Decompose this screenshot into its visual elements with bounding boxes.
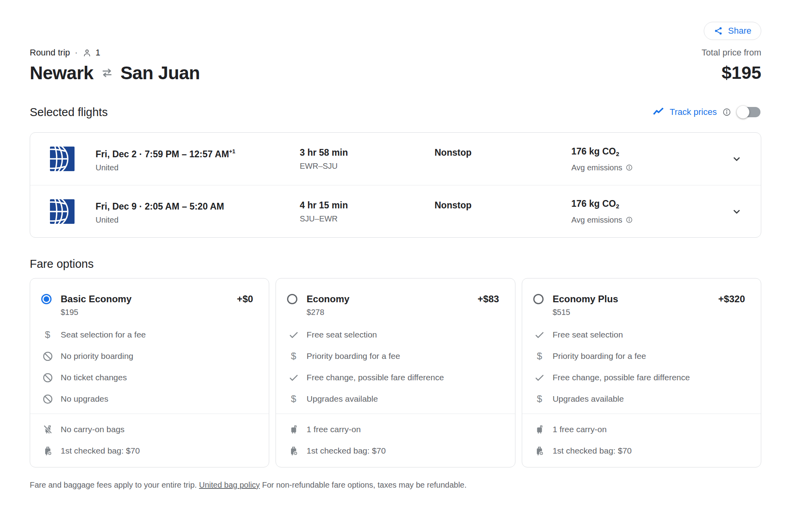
passenger-count: 1: [96, 47, 100, 59]
fare-feature: $ Seat selection for a fee: [41, 329, 253, 341]
no-carry-on-icon: [41, 424, 54, 435]
fare-feature: $ Priority boarding for a fee: [533, 350, 745, 362]
fare-card-economy-plus[interactable]: Economy Plus $515 +$320 Free seat select…: [522, 278, 761, 467]
total-price-value: $195: [702, 61, 761, 85]
selected-flights-card: Fri, Dec 2 · 7:59 PM – 12:57 AM+1 United…: [30, 132, 761, 238]
page-title: Newark San Juan: [30, 61, 200, 85]
radio-economy-plus[interactable]: [533, 294, 544, 304]
flight-route: SJU–EWR: [300, 213, 435, 224]
fare-feature: No upgrades: [41, 393, 253, 405]
flight-stops: Nonstop: [435, 146, 571, 159]
fare-name: Economy: [306, 293, 349, 305]
flight-route: EWR–SJU: [300, 160, 435, 172]
flight-row-outbound[interactable]: Fri, Dec 2 · 7:59 PM – 12:57 AM+1 United…: [30, 133, 761, 185]
flight-duration: 4 hr 15 min: [300, 199, 435, 212]
track-prices-toggle[interactable]: [737, 106, 761, 118]
passenger-icon: [82, 48, 92, 57]
flight-row-return[interactable]: Fri, Dec 9 · 2:05 AM – 5:20 AM United 4 …: [30, 185, 761, 237]
flight-airline: United: [96, 162, 300, 173]
flight-emissions-note: Avg emissions: [571, 214, 702, 225]
checked-bag-icon-row: 1st checked bag: $70: [533, 445, 745, 457]
flight-emissions-note: Avg emissions: [571, 162, 702, 173]
fare-feature: No priority boarding: [41, 350, 253, 362]
checked-bag-icon: [41, 446, 54, 456]
fare-price: $278: [306, 307, 349, 318]
fare-price: $515: [553, 307, 618, 318]
fare-delta-price: +$320: [718, 293, 745, 305]
fare-options-heading: Fare options: [30, 256, 94, 272]
flight-emissions: 176 kg CO2: [571, 197, 702, 213]
fare-delta-price: +$83: [478, 293, 499, 305]
fare-name: Economy Plus: [553, 293, 618, 305]
chevron-down-icon[interactable]: [730, 152, 743, 166]
checked-bag-icon: [287, 446, 300, 456]
fare-feature: $ Upgrades available: [533, 393, 745, 405]
share-icon: [714, 26, 723, 36]
chevron-down-icon[interactable]: [730, 205, 743, 218]
checked-bag-icon: [533, 446, 546, 456]
check-icon: [287, 330, 300, 340]
info-icon[interactable]: [722, 108, 731, 116]
selected-flights-heading: Selected flights: [30, 104, 108, 120]
radio-basic-economy[interactable]: [41, 294, 52, 304]
baggage-item: No carry-on bags: [41, 423, 253, 435]
swap-horizontal-icon: [101, 67, 113, 79]
flight-datetime: Fri, Dec 2 · 7:59 PM – 12:57 AM+1: [96, 145, 300, 160]
united-logo: [50, 147, 75, 171]
destination-city: San Juan: [121, 61, 200, 85]
fare-card-economy[interactable]: Economy $278 +$83 Free seat selection $: [276, 278, 515, 467]
total-price-label: Total price from: [702, 47, 761, 59]
trending-line-icon: [653, 107, 664, 118]
carry-on-icon: [533, 424, 546, 435]
flight-airline: United: [96, 214, 300, 225]
flight-booking-page: Share Round trip · 1 Newa: [0, 0, 812, 513]
fare-feature: Free change, possible fare difference: [533, 372, 745, 383]
divider: [522, 414, 761, 414]
dollar-icon: $: [533, 351, 546, 362]
checked-bag-icon-row: 1st checked bag: $70: [287, 445, 499, 457]
flight-duration: 3 hr 58 min: [300, 146, 435, 159]
fare-feature: Free seat selection: [533, 329, 745, 341]
blocked-icon: [41, 351, 54, 362]
baggage-item: 1 free carry-on: [533, 423, 745, 435]
flight-datetime: Fri, Dec 9 · 2:05 AM – 5:20 AM: [96, 197, 300, 213]
fare-delta-price: +$0: [237, 293, 253, 305]
flight-emissions: 176 kg CO2: [571, 145, 702, 160]
dollar-icon: $: [41, 329, 54, 340]
info-icon[interactable]: [626, 164, 633, 171]
share-label: Share: [728, 26, 751, 36]
fare-feature: Free change, possible fare difference: [287, 372, 499, 383]
checked-bag-icon-row: 1st checked bag: $70: [41, 445, 253, 457]
fare-feature: $ Upgrades available: [287, 393, 499, 405]
share-button[interactable]: Share: [704, 22, 761, 40]
dollar-icon: $: [287, 351, 300, 362]
check-icon: [533, 372, 546, 383]
trip-type-label: Round trip: [30, 47, 70, 59]
fare-feature: $ Priority boarding for a fee: [287, 350, 499, 362]
blocked-icon: [41, 372, 54, 383]
origin-city: Newark: [30, 61, 94, 85]
fare-name: Basic Economy: [61, 293, 132, 305]
dollar-icon: $: [287, 393, 300, 404]
blocked-icon: [41, 394, 54, 404]
fare-card-basic-economy[interactable]: Basic Economy $195 +$0 $ Seat selection …: [30, 278, 269, 467]
flight-stops: Nonstop: [435, 199, 571, 212]
dollar-icon: $: [533, 393, 546, 404]
carry-on-icon: [287, 424, 300, 435]
info-icon[interactable]: [626, 216, 633, 223]
divider: [30, 414, 269, 414]
fare-feature: Free seat selection: [287, 329, 499, 341]
baggage-item: 1 free carry-on: [287, 423, 499, 435]
divider: [276, 414, 515, 414]
united-logo: [50, 199, 75, 224]
fare-price: $195: [61, 307, 132, 318]
radio-economy[interactable]: [287, 294, 297, 304]
fare-legal-note: Fare and baggage fees apply to your enti…: [30, 479, 761, 490]
dot-separator: ·: [74, 47, 79, 59]
track-prices-link[interactable]: Track prices: [670, 107, 717, 117]
check-icon: [533, 330, 546, 340]
trip-meta: Round trip · 1: [30, 47, 200, 59]
united-bag-policy-link[interactable]: United bag policy: [199, 481, 260, 489]
fare-feature: No ticket changes: [41, 372, 253, 383]
check-icon: [287, 372, 300, 383]
